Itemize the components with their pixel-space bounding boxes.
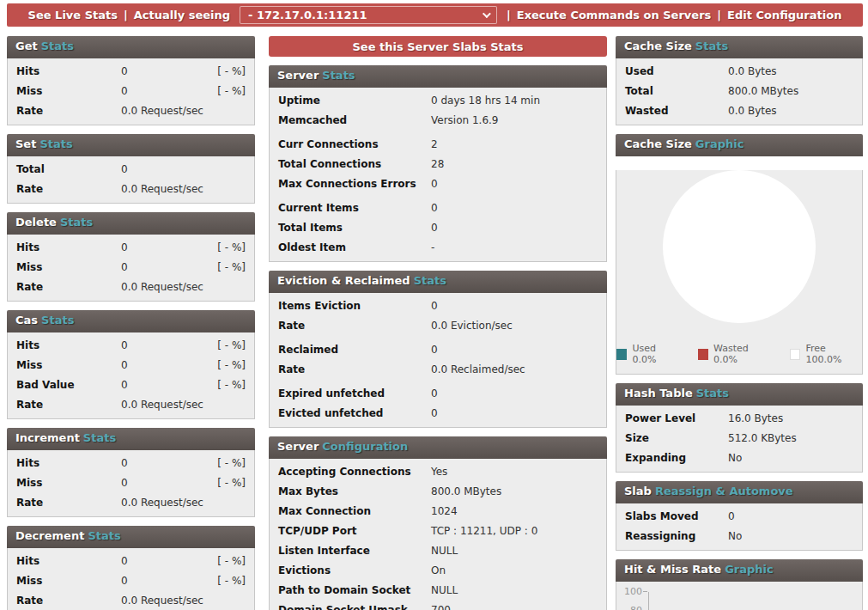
- stat-group: Hits0[ - %]Miss0[ - %]Rate0.0 Request/se…: [16, 62, 246, 121]
- stat-row: Used0.0 Bytes: [625, 62, 853, 82]
- stat-row: Rate0.0 Request/sec: [16, 395, 246, 415]
- panel-title: Cache Size: [624, 137, 692, 150]
- stat-value: 0: [121, 554, 217, 569]
- stat-label: Oldest Item: [278, 241, 431, 255]
- panel-slab-reassign-automove: SlabReassign & AutomoveSlabs Moved0Reass…: [616, 481, 863, 551]
- stat-label: Rate: [16, 398, 121, 412]
- stat-row: ExpandingNo: [625, 448, 853, 468]
- stat-group: Curr Connections2Total Connections28Max …: [278, 135, 598, 194]
- content-columns: GetStatsHits0[ - %]Miss0[ - %]Rate0.0 Re…: [0, 27, 868, 610]
- stat-percent: [ - %]: [217, 84, 246, 99]
- stat-group: Uptime0 days 18 hrs 14 minMemcachedVersi…: [278, 91, 598, 131]
- stat-label: Curr Connections: [278, 137, 431, 152]
- stat-group: Hits0[ - %]Miss0[ - %]Rate0.0 Request/se…: [16, 238, 246, 297]
- stat-value: Version 1.6.9: [431, 113, 598, 128]
- stat-value: 0.0 Reclaimed/sec: [431, 363, 598, 377]
- stat-value: 0.0 Bytes: [728, 64, 853, 79]
- panel-body: Hits0[ - %]Miss0[ - %]Rate0.0 Request/se…: [7, 450, 255, 517]
- panel-title-accent: Stats: [39, 137, 72, 150]
- server-select[interactable]: - 172.17.0.1:11211: [240, 6, 497, 24]
- panel-title-accent: Stats: [88, 529, 120, 542]
- stat-value: 0.0 Request/sec: [121, 104, 246, 119]
- y-axis-label: 100: [616, 587, 642, 597]
- stat-label: Miss: [16, 574, 121, 589]
- stat-percent: [ - %]: [217, 378, 246, 393]
- stat-value: -: [431, 241, 598, 255]
- stat-label: Rate: [278, 363, 431, 377]
- stat-row: Miss0[ - %]: [16, 356, 246, 375]
- stat-group: Expired unfetched0Evicted unfetched0: [278, 384, 598, 424]
- stat-row: Power Level16.0 Bytes: [625, 409, 853, 429]
- stat-value: 16.0 Bytes: [728, 412, 853, 426]
- panel-title: Delete: [15, 216, 57, 229]
- panel-title-accent: Stats: [41, 40, 74, 52]
- panel-title: Decrement: [15, 529, 84, 542]
- stat-label: Bad Value: [16, 378, 121, 393]
- stat-label: Rate: [16, 594, 121, 608]
- stat-group: Items Eviction0Rate0.0 Eviction/sec: [278, 296, 598, 336]
- stat-row: Rate0.0 Request/sec: [16, 493, 246, 513]
- panel-hit-miss-rate-graphic: Hit & Miss RateGraphic10080: [616, 559, 863, 610]
- stat-label: Power Level: [625, 412, 728, 426]
- panel-header-server-configuration: ServerConfiguration: [269, 436, 607, 459]
- execute-commands-link[interactable]: Execute Commands on Servers: [517, 9, 712, 21]
- stat-value: NULL: [431, 544, 598, 558]
- panel-header-cache-size-stats: Cache SizeStats: [616, 36, 863, 58]
- stat-label: Max Connection: [278, 504, 431, 519]
- stat-value: 0: [431, 221, 598, 235]
- panel-body: Power Level16.0 BytesSize512.0 KBytesExp…: [616, 406, 863, 473]
- panel-title-accent: Stats: [696, 387, 729, 400]
- stat-label: Miss: [16, 84, 121, 99]
- panel-title-accent: Stats: [60, 216, 93, 229]
- edit-configuration-link[interactable]: Edit Configuration: [727, 9, 841, 21]
- stat-value: 0: [121, 241, 217, 255]
- legend-item: Wasted 0.0%: [698, 343, 773, 365]
- stat-row: Path to Domain SocketNULL: [278, 581, 598, 601]
- stat-value: TCP : 11211, UDP : 0: [431, 524, 598, 539]
- legend-swatch: [616, 349, 627, 360]
- panel-header-set-stats: SetStats: [7, 134, 255, 156]
- stat-percent: [ - %]: [217, 339, 246, 353]
- stat-label: Memcached: [278, 113, 431, 128]
- panel-delete-stats: DeleteStatsHits0[ - %]Miss0[ - %]Rate0.0…: [7, 212, 255, 302]
- stat-value: 0 days 18 hrs 14 min: [431, 94, 598, 108]
- see-live-stats-link[interactable]: See Live Stats: [28, 9, 118, 21]
- stat-percent: [ - %]: [217, 241, 246, 255]
- panel-body: 10080: [616, 582, 863, 610]
- panel-title: Hash Table: [624, 387, 693, 400]
- stat-value: 0.0 Request/sec: [121, 182, 246, 197]
- stat-value: 0.0 Request/sec: [121, 594, 246, 608]
- separator: |: [124, 9, 128, 21]
- stat-row: Max Bytes800.0 MBytes: [278, 482, 598, 502]
- stat-label: Rate: [278, 319, 431, 333]
- legend-item: Free 100.0%: [790, 343, 862, 365]
- stat-value: 0.0 Bytes: [728, 104, 853, 119]
- stat-percent: [ - %]: [217, 476, 246, 491]
- stat-percent: [ - %]: [217, 358, 246, 373]
- stat-label: Total Connections: [278, 157, 431, 172]
- panel-title: Get: [15, 40, 38, 52]
- panel-title-accent: Stats: [414, 274, 446, 287]
- stat-percent: [ - %]: [217, 260, 246, 275]
- separator: |: [507, 9, 511, 21]
- stat-row: Current Items0: [278, 198, 598, 218]
- stat-value: 28: [431, 157, 598, 172]
- stat-row: Hits0[ - %]: [16, 552, 246, 571]
- stat-group: Current Items0Total Items0Oldest Item-: [278, 198, 598, 258]
- stat-value: 0: [121, 456, 217, 471]
- panel-increment-stats: IncrementStatsHits0[ - %]Miss0[ - %]Rate…: [7, 428, 255, 517]
- stat-value: 512.0 KBytes: [728, 431, 853, 446]
- stat-row: Hits0[ - %]: [16, 336, 246, 356]
- stat-row: TCP/UDP PortTCP : 11211, UDP : 0: [278, 522, 598, 541]
- panel-body: Used 0.0%Wasted 0.0%Free 100.0%: [616, 170, 863, 375]
- stat-value: On: [431, 564, 598, 578]
- panel-title-accent: Graphic: [725, 563, 774, 576]
- stat-percent: [ - %]: [217, 574, 246, 589]
- panel-header-cache-size-graphic: Cache SizeGraphic: [616, 134, 863, 156]
- stat-percent: [ - %]: [217, 456, 246, 471]
- panel-title-accent: Stats: [695, 40, 728, 52]
- see-server-slabs-stats-button[interactable]: See this Server Slabs Stats: [269, 36, 607, 57]
- stat-label: Evictions: [278, 564, 431, 578]
- stat-value: 0: [121, 162, 246, 177]
- stat-value: 0.0 Request/sec: [121, 496, 246, 510]
